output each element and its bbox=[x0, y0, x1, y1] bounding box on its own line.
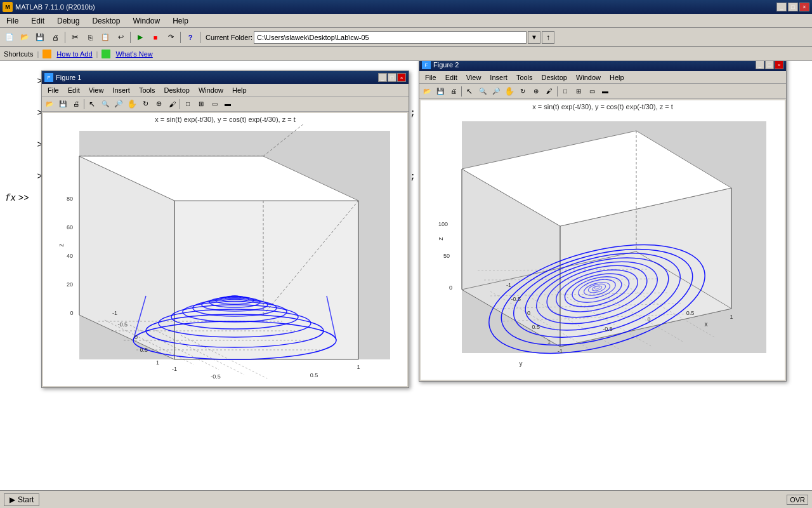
menu-file[interactable]: File bbox=[3, 15, 22, 27]
stop-button[interactable]: ■ bbox=[148, 30, 162, 44]
fig1-newplot[interactable]: □ bbox=[181, 98, 194, 110]
fig2-brush[interactable]: 🖌 bbox=[543, 85, 556, 98]
print-button[interactable]: 🖨 bbox=[48, 30, 62, 44]
fig2-save[interactable]: 💾 bbox=[434, 85, 447, 98]
fig1-menu-help[interactable]: Help bbox=[229, 86, 250, 95]
fig1-show[interactable]: ▬ bbox=[221, 98, 234, 110]
fig1-menu-insert[interactable]: Insert bbox=[109, 86, 133, 95]
fig1-save[interactable]: 💾 bbox=[56, 98, 69, 110]
fig2-zoom-in[interactable]: 🔍 bbox=[476, 85, 489, 98]
figure-2-menu-bar: File Edit View Insert Tools Desktop Wind… bbox=[419, 71, 786, 84]
fig1-pan[interactable]: ✋ bbox=[126, 98, 138, 110]
fig1-zoom-in[interactable]: 🔍 bbox=[99, 98, 112, 110]
run-button[interactable]: ▶ bbox=[133, 30, 147, 44]
fig2-menu-window[interactable]: Window bbox=[573, 73, 604, 82]
fig1-x-tick-1: 1 bbox=[357, 364, 360, 370]
fig2-zoom-out[interactable]: 🔎 bbox=[490, 85, 502, 98]
main-content: >> figure(1); >> ezplot3('sin(t)*exp(-t/… bbox=[0, 61, 812, 490]
paste-button[interactable]: 📋 bbox=[98, 30, 112, 44]
help-button[interactable]: ? bbox=[183, 30, 197, 44]
fig1-menu-window[interactable]: Window bbox=[195, 86, 226, 95]
fig1-menu-file[interactable]: File bbox=[44, 86, 62, 95]
fig2-y-tick-0: 0 bbox=[527, 310, 530, 316]
figure-2-close[interactable]: × bbox=[775, 61, 783, 69]
fig2-subplot[interactable]: ⊞ bbox=[572, 85, 585, 98]
maximize-button[interactable]: □ bbox=[788, 3, 798, 11]
start-button[interactable]: ▶ Start bbox=[4, 493, 39, 506]
figure-1-close[interactable]: × bbox=[397, 73, 406, 82]
menu-desktop[interactable]: Desktop bbox=[88, 15, 124, 27]
fig2-y-tick-1: 1 bbox=[547, 338, 550, 345]
figure-1-plot-title: x = sin(t) exp(-t/30), y = cos(t) exp(-t… bbox=[43, 113, 407, 124]
fig1-open[interactable]: 📂 bbox=[43, 98, 56, 110]
figure-1-plot-area: x = sin(t) exp(-t/30), y = cos(t) exp(-t… bbox=[43, 113, 407, 386]
fig1-menu-desktop[interactable]: Desktop bbox=[161, 86, 193, 95]
fig1-brush[interactable]: 🖌 bbox=[166, 98, 178, 110]
fig2-x-tick-0: 0 bbox=[647, 316, 650, 323]
figure-2-title-bar: F Figure 2 _ □ × bbox=[419, 61, 786, 71]
fig2-menu-view[interactable]: View bbox=[463, 73, 485, 82]
fig2-open[interactable]: 📂 bbox=[421, 85, 433, 98]
figure-2-minimize[interactable]: _ bbox=[756, 61, 764, 69]
fig2-menu-file[interactable]: File bbox=[422, 73, 440, 82]
folder-up-button[interactable]: ↑ bbox=[542, 31, 554, 44]
fig2-arrow[interactable]: ↖ bbox=[463, 85, 476, 98]
how-to-add-icon bbox=[43, 50, 51, 58]
fig1-datacursor[interactable]: ⊕ bbox=[152, 98, 165, 110]
menu-help[interactable]: Help bbox=[169, 15, 192, 27]
minimize-button[interactable]: _ bbox=[776, 3, 787, 11]
current-folder-label: Current Folder: bbox=[206, 34, 252, 41]
fig1-print[interactable]: 🖨 bbox=[70, 98, 82, 110]
fig2-menu-insert[interactable]: Insert bbox=[487, 73, 511, 82]
status-bar: ▶ Start OVR bbox=[0, 490, 812, 508]
figure-1-minimize[interactable]: _ bbox=[378, 73, 387, 82]
fig2-menu-desktop[interactable]: Desktop bbox=[539, 73, 570, 82]
close-button[interactable]: × bbox=[799, 3, 809, 11]
fig2-hide[interactable]: ▭ bbox=[586, 85, 598, 98]
fig2-pan[interactable]: ✋ bbox=[503, 85, 516, 98]
fig2-datacursor[interactable]: ⊕ bbox=[530, 85, 542, 98]
fig2-newplot[interactable]: □ bbox=[559, 85, 572, 98]
fig1-menu-tools[interactable]: Tools bbox=[136, 86, 159, 95]
fig2-print[interactable]: 🖨 bbox=[447, 85, 460, 98]
fig1-menu-view[interactable]: View bbox=[86, 86, 107, 95]
fig2-x-tick-n05: -0.5 bbox=[603, 326, 613, 332]
fig2-menu-tools[interactable]: Tools bbox=[513, 73, 536, 82]
fig1-zoom-out[interactable]: 🔎 bbox=[112, 98, 125, 110]
save-button[interactable]: 💾 bbox=[33, 30, 47, 44]
toolbar-separator-1 bbox=[65, 32, 65, 43]
current-folder-input[interactable] bbox=[254, 31, 527, 44]
figure-2-maximize[interactable]: □ bbox=[765, 61, 774, 69]
cut-button[interactable]: ✂ bbox=[68, 30, 82, 44]
title-bar-text: MATLAB 7.11.0 (R2010b) bbox=[15, 3, 95, 11]
fig1-subplot[interactable]: ⊞ bbox=[195, 98, 207, 110]
folder-browse-button[interactable]: ▼ bbox=[528, 31, 540, 44]
fig1-menu-edit[interactable]: Edit bbox=[65, 86, 83, 95]
figure-1-content: File Edit View Insert Tools Desktop Wind… bbox=[42, 84, 409, 387]
menu-debug[interactable]: Debug bbox=[53, 15, 83, 27]
fig2-z-tick-50: 50 bbox=[443, 253, 449, 259]
menu-edit[interactable]: Edit bbox=[27, 15, 48, 27]
figure-1-maximize[interactable]: □ bbox=[388, 73, 396, 82]
open-button[interactable]: 📂 bbox=[18, 30, 32, 44]
whats-new-link[interactable]: What's New bbox=[115, 50, 152, 58]
how-to-add-link[interactable]: How to Add bbox=[56, 50, 92, 58]
fig1-z-tick-40: 40 bbox=[67, 253, 73, 259]
fig1-arrow[interactable]: ↖ bbox=[86, 98, 98, 110]
fig1-rotate[interactable]: ↻ bbox=[139, 98, 152, 110]
menu-window[interactable]: Window bbox=[129, 15, 164, 27]
fig1-x-tick-05: 0.5 bbox=[310, 372, 318, 378]
undo-button[interactable]: ↩ bbox=[114, 30, 128, 44]
fig1-sep2 bbox=[180, 99, 180, 109]
step-button[interactable]: ↷ bbox=[164, 30, 178, 44]
new-file-button[interactable]: 📄 bbox=[3, 30, 16, 44]
figure-2-svg: 0 50 100 z 1 0.5 0 -0.5 -1 x 1 0.5 0 -0.… bbox=[427, 112, 779, 369]
ovr-indicator: OVR bbox=[787, 495, 808, 505]
copy-button[interactable]: ⎘ bbox=[83, 30, 97, 44]
fig2-menu-edit[interactable]: Edit bbox=[442, 73, 461, 82]
fig2-z-tick-100: 100 bbox=[438, 221, 447, 227]
fig2-menu-help[interactable]: Help bbox=[606, 73, 627, 82]
fig1-hide[interactable]: ▭ bbox=[208, 98, 221, 110]
fig2-show[interactable]: ▬ bbox=[599, 85, 612, 98]
fig2-rotate[interactable]: ↻ bbox=[516, 85, 529, 98]
